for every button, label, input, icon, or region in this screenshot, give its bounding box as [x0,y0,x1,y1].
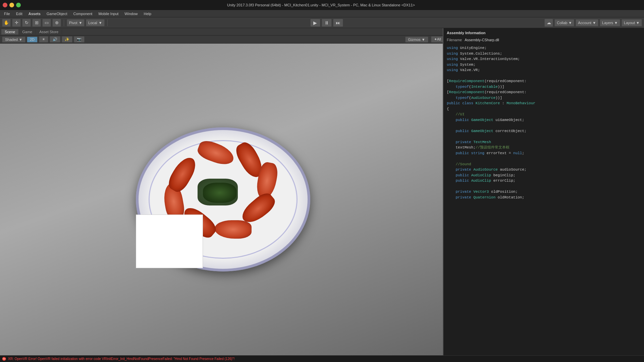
menu-edit[interactable]: Edit [13,11,25,16]
collab-icon: ☁ [544,19,553,27]
view-tabs: Scene Game Asset Store [0,28,446,36]
toolbar: ✋ ✛ ↻ ⊞ ▭ ⊕ Pivot ▼ Local ▼ ▶ ⏸ ⏭ ☁ Coll… [0,17,644,28]
separator-1 [64,19,64,26]
rotate-tool[interactable]: ↻ [22,19,31,27]
collab-label: Collab ▼ [557,21,572,25]
play-button[interactable]: ▶ [310,19,320,27]
account-label: Account ▼ [578,21,596,25]
menu-assets[interactable]: Assets [26,11,43,16]
viewport-area: Scene Game Asset Store Shaded ▼ 2D ☀ [0,28,446,355]
maximize-btn[interactable] [16,3,21,7]
scene-view[interactable]: Shaded ▼ 2D ☀ 🔊 ✨ 📷 Gizmos ▼ ✦All [0,36,446,355]
separator-2 [107,19,108,26]
layers-dropdown[interactable]: Layers ▼ [600,19,620,26]
step-button[interactable]: ⏭ [333,19,343,27]
rect-tool[interactable]: ▭ [42,19,51,27]
menu-bar: File Edit Assets GameObject Component Mo… [0,10,644,17]
menu-gameobject[interactable]: GameObject [44,11,70,16]
2d-toggle[interactable]: 2D [27,37,38,43]
shading-label: Shaded [5,38,18,42]
window-title: Unity 2017.3.0f3 Personal (64bit) - MCI_… [21,3,621,7]
move-tool[interactable]: ✛ [12,19,21,27]
fx-btn[interactable]: ✨ [62,36,72,43]
tab-scene-label: Scene [5,30,15,34]
play-controls: ▶ ⏸ ⏭ [110,19,543,27]
right-panels: ☰ Hierarchy 📌 🔒 ≡ Create ▼ ✦All [446,28,644,355]
code-panel: Assembly Information Filename Assembly-C… [446,129,644,355]
2d-label: 2D [30,38,35,42]
code-block: using UnityEngine; using System.Collecti… [447,129,641,200]
tab-scene[interactable]: Scene [1,29,19,35]
plate-scene [0,44,446,355]
layout-dropdown[interactable]: Layout ▼ [622,19,642,26]
lights-btn[interactable]: ☀ [39,36,48,43]
title-bar: Unity 2017.3.0f3 Personal (64bit) - MCI_… [0,0,644,10]
tab-game[interactable]: Game [19,29,36,35]
local-arrow: ▼ [99,21,102,25]
gizmos-dropdown[interactable]: Gizmos ▼ [405,37,428,43]
audio-btn[interactable]: 🔊 [50,36,60,43]
close-btn[interactable] [3,3,7,7]
tab-asset-store-label: Asset Store [39,30,58,34]
local-label: Local [88,21,97,25]
menu-component[interactable]: Component [71,11,95,16]
pivot-label: Pivot [69,21,77,25]
account-dropdown[interactable]: Account ▼ [576,19,598,26]
gizmos-label: Gizmos ▼ [408,38,425,42]
error-icon: ⛔ [2,357,6,361]
layout-label: Layout ▼ [624,21,640,25]
scene-cam-btn[interactable]: 📷 [74,36,85,43]
white-preview-box [136,215,203,268]
all-filter[interactable]: ✦All [431,36,444,43]
collab-dropdown[interactable]: Collab ▼ [554,19,574,26]
scene-controls: Shaded ▼ 2D ☀ 🔊 ✨ 📷 Gizmos ▼ ✦All [0,36,446,44]
main-area: Scene Game Asset Store Shaded ▼ 2D ☀ [0,28,644,355]
layers-label: Layers ▼ [602,21,618,25]
pivot-dropdown[interactable]: Pivot ▼ [67,19,85,26]
hand-tool[interactable]: ✋ [2,19,11,27]
all-label: ✦All [434,37,441,41]
scale-tool[interactable]: ⊞ [32,19,41,27]
local-dropdown[interactable]: Local ▼ [86,19,104,26]
toolbar-right: ☁ Collab ▼ Account ▼ Layers ▼ Layout ▼ [544,19,642,27]
error-bar: ⛔ XR: OpenVR Error! OpenVR failed initia… [0,355,644,362]
menu-window[interactable]: Window [122,11,140,16]
menu-mobile-input[interactable]: Mobile Input [96,11,121,16]
shading-dropdown[interactable]: Shaded ▼ [2,37,25,43]
pause-button[interactable]: ⏸ [322,19,332,27]
error-text: XR: OpenVR Error! OpenVR failed initiali… [8,357,234,361]
menu-file[interactable]: File [1,11,13,16]
tab-game-label: Game [22,30,32,34]
bottom-right: ☰ Inspector Services 🔒 ≡ [446,129,644,355]
pivot-arrow: ▼ [78,21,82,25]
minimize-btn[interactable] [9,3,14,7]
transform-tool[interactable]: ⊕ [52,19,61,27]
tab-asset-store[interactable]: Asset Store [36,29,62,35]
menu-help[interactable]: Help [141,11,154,16]
